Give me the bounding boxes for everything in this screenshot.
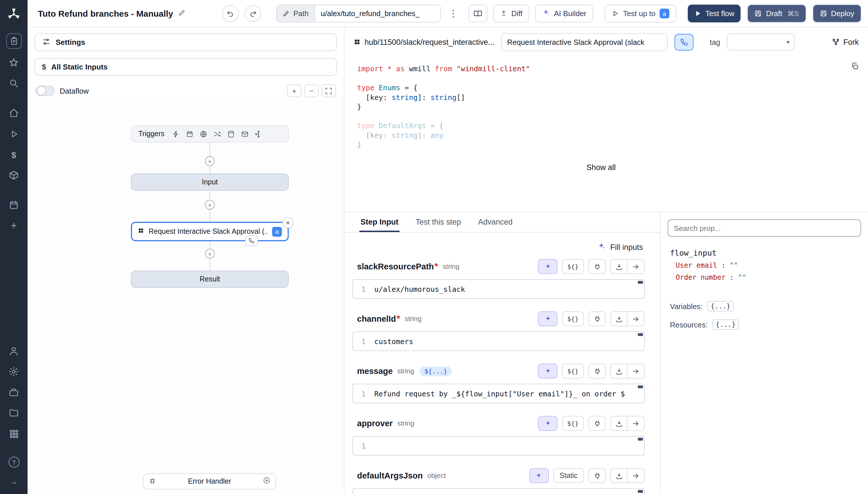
code-line: [key: string]: any — [357, 131, 845, 140]
prop-row-user-email[interactable]: User email : "" — [676, 261, 861, 269]
input-node[interactable]: Input — [131, 173, 289, 191]
editor-handle[interactable] — [638, 438, 643, 441]
add-step-button[interactable]: + — [205, 200, 215, 210]
path-label[interactable]: Path — [277, 5, 315, 22]
tab-step-input[interactable]: Step Input — [359, 212, 399, 232]
insert-value-button[interactable] — [610, 468, 628, 483]
add-error-handler-button[interactable] — [263, 476, 270, 487]
expression-toggle-button[interactable]: ${} — [562, 416, 584, 431]
path-input[interactable] — [315, 9, 440, 18]
folders-icon[interactable] — [6, 406, 22, 420]
workspace-switcher[interactable] — [6, 33, 21, 49]
connect-input-button[interactable] — [588, 311, 606, 326]
apply-arrow-button[interactable] — [628, 259, 645, 274]
edit-title-icon[interactable] — [178, 8, 186, 19]
tag-select[interactable]: ▾ — [727, 33, 795, 51]
help-icon[interactable]: ? — [8, 457, 19, 468]
flow-input-root[interactable]: flow_input — [670, 248, 861, 257]
flow-settings-button[interactable]: Settings — [35, 33, 337, 51]
editor-handle[interactable] — [638, 490, 643, 493]
ai-builder-button[interactable]: AI Builder — [535, 5, 593, 22]
settings-gear-icon[interactable] — [6, 365, 22, 379]
home-icon[interactable] — [6, 106, 22, 120]
static-toggle-button[interactable]: Static — [553, 468, 584, 483]
kebab-menu-icon[interactable]: ⋮ — [449, 8, 458, 19]
test-flow-button[interactable]: Test flow — [688, 5, 741, 22]
fill-inputs-button[interactable]: Fill inputs — [344, 233, 660, 254]
connect-input-button[interactable] — [588, 259, 606, 274]
show-all-button[interactable]: Show all — [579, 160, 623, 174]
suspend-approval-button[interactable] — [675, 34, 694, 50]
tab-advanced[interactable]: Advanced — [477, 212, 514, 232]
editor-handle[interactable] — [638, 281, 643, 284]
editor-handle[interactable] — [638, 333, 643, 336]
redo-button[interactable] — [244, 5, 261, 22]
runs-play-icon[interactable] — [6, 127, 22, 141]
selected-step-node[interactable]: Request Interactive Slack Approval (... … — [131, 222, 289, 241]
favorites-star-icon[interactable] — [6, 56, 22, 70]
add-step-button[interactable]: + — [205, 156, 215, 166]
connect-input-button[interactable] — [588, 468, 606, 483]
variables-dollar-icon[interactable]: $ — [6, 148, 22, 162]
deploy-button[interactable]: Deploy — [813, 5, 861, 22]
undo-button[interactable] — [222, 5, 239, 22]
expand-sidebar-arrow-icon[interactable]: → — [6, 474, 22, 488]
ai-fill-button[interactable] — [529, 468, 549, 483]
zoom-in-button[interactable]: + — [287, 84, 301, 97]
draft-button[interactable]: Draft ⌘S — [748, 5, 806, 22]
resources-icon[interactable] — [6, 168, 22, 182]
zoom-out-button[interactable]: − — [304, 84, 319, 97]
user-icon[interactable] — [6, 344, 22, 358]
error-handler-node[interactable]: Error Handler — [143, 473, 276, 489]
insert-value-button[interactable] — [610, 416, 628, 431]
insert-value-button[interactable] — [610, 259, 628, 274]
field-value-editor[interactable]: 1 — [353, 436, 645, 456]
all-static-inputs-button[interactable]: $ All Static Inputs — [35, 58, 337, 76]
ai-fill-button[interactable] — [538, 364, 557, 379]
schedules-calendar-icon[interactable] — [6, 198, 22, 212]
ai-fill-button[interactable] — [538, 259, 557, 274]
triggers-node[interactable]: Triggers — [131, 125, 289, 142]
add-step-button[interactable]: + — [205, 249, 215, 259]
fit-view-button[interactable] — [321, 84, 336, 97]
copy-code-button[interactable] — [851, 62, 859, 72]
expression-toggle-button[interactable]: ${} — [562, 259, 584, 274]
delete-step-button[interactable]: × — [282, 217, 293, 228]
fork-button[interactable]: Fork — [832, 38, 859, 46]
apply-arrow-button[interactable] — [628, 311, 645, 326]
flow-graph-canvas[interactable]: Triggers + Input — [27, 97, 344, 494]
search-prop-input[interactable] — [668, 220, 861, 237]
expression-toggle-button[interactable]: ${} — [562, 311, 584, 326]
field-value-editor[interactable]: 1 Refund request by _${flow_input["User … — [353, 384, 645, 403]
workers-briefcase-icon[interactable] — [6, 385, 22, 399]
variables-chip[interactable]: {...} — [707, 301, 734, 311]
result-node[interactable]: Result — [131, 270, 289, 288]
diff-button[interactable]: Diff — [493, 5, 530, 22]
tab-test-this-step[interactable]: Test this step — [414, 212, 462, 232]
field-value-editor[interactable]: 1 u/alex/humorous_slack — [353, 279, 645, 299]
apply-arrow-button[interactable] — [628, 468, 645, 483]
dataflow-toggle[interactable] — [36, 86, 55, 96]
ai-fill-button[interactable] — [538, 311, 557, 326]
apply-arrow-button[interactable] — [628, 416, 645, 431]
field-value-editor[interactable]: 1 customers — [353, 331, 645, 351]
insert-value-button[interactable] — [610, 364, 628, 379]
apply-arrow-button[interactable] — [628, 364, 645, 379]
field-value-editor[interactable]: 1 — [353, 488, 645, 494]
connect-input-button[interactable] — [588, 364, 606, 379]
resources-chip[interactable]: {...} — [712, 319, 739, 330]
search-icon[interactable] — [6, 76, 22, 90]
expression-toggle-button[interactable]: ${} — [562, 364, 584, 379]
apps-grid-icon[interactable] — [6, 427, 22, 441]
hub-script-link[interactable]: hub/11500/slack/request_interactive... — [354, 38, 495, 46]
test-up-to-button[interactable]: Test up to a — [605, 5, 676, 22]
prop-row-order-number[interactable]: Order number : "" — [676, 273, 861, 282]
create-plus-icon[interactable]: + — [6, 219, 22, 233]
editor-handle[interactable] — [638, 385, 643, 388]
ai-fill-button[interactable] — [538, 416, 557, 431]
code-editor[interactable]: import * as wmill from "windmill-client"… — [344, 56, 868, 211]
step-name-input[interactable] — [501, 33, 668, 51]
docs-book-button[interactable] — [469, 5, 487, 22]
insert-value-button[interactable] — [610, 311, 628, 326]
connect-input-button[interactable] — [588, 416, 606, 431]
